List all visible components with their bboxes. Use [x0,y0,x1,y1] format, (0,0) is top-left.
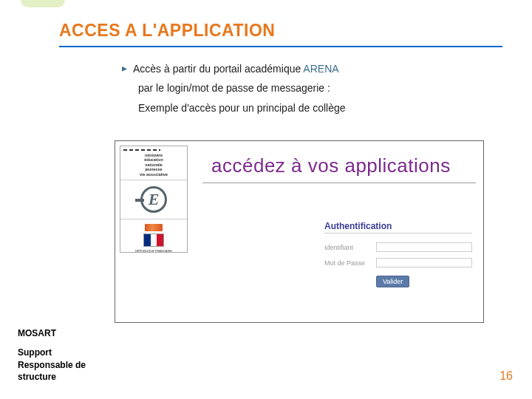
footer-mosart: MOSART [18,327,86,339]
banner-separator [202,183,476,183]
valider-button[interactable]: Valider [376,276,409,287]
motdepasse-label: Mot de Passe [324,259,372,267]
auth-separator [324,233,472,233]
screenshot-panel: ministère éducation nationale jeunesse v… [115,140,484,323]
ministry-text-block: ministère éducation nationale jeunesse v… [120,146,187,180]
bullet-text-arena: ARENA [303,63,338,75]
bullet-text-prefix: Accès à partir du portail académique [133,63,303,75]
identifiant-field: Identifiant [324,242,472,252]
auth-form: Authentification Identifiant Mot de Pass… [324,221,472,287]
accent-decoration [21,0,65,7]
motdepasse-field: Mot de Passe [324,258,472,267]
auth-heading: Authentification [324,221,472,231]
bullet-text: par le login/mot de passe de messagerie … [138,80,454,96]
banner-title: accédez à vos applications [211,154,451,177]
slide-title: ACCES A L'APPLICATION [59,21,275,41]
bullet-item: ▸ Accès à partir du portail académique A… [122,61,454,77]
marianne-icon [145,224,163,231]
identifiant-label: Identifiant [324,244,372,251]
title-underline [59,46,502,47]
bullet-list: ▸ Accès à partir du portail académique A… [122,61,454,119]
education-logo-row: E [120,180,187,219]
republic-block: RÉPUBLIQUE FRANÇAISE [120,219,187,257]
ministry-sidebar: ministère éducation nationale jeunesse v… [120,146,188,253]
footer-left: MOSART Support Responsable de structure [18,327,86,383]
bullet-marker-icon: ▸ [122,62,127,74]
identifiant-input[interactable] [376,242,472,252]
republic-text: RÉPUBLIQUE FRANÇAISE [135,249,172,253]
education-e-logo-icon: E [140,186,167,213]
bullet-text: Exemple d'accès pour un principal de col… [138,100,454,116]
motdepasse-input[interactable] [376,258,472,267]
bullet-text: Accès à partir du portail académique ARE… [133,61,339,77]
footer-support: Support Responsable de structure [18,347,86,383]
ministry-text: ministère éducation nationale jeunesse v… [123,153,184,177]
page-number: 16 [499,369,513,383]
french-flag-icon [143,233,164,247]
